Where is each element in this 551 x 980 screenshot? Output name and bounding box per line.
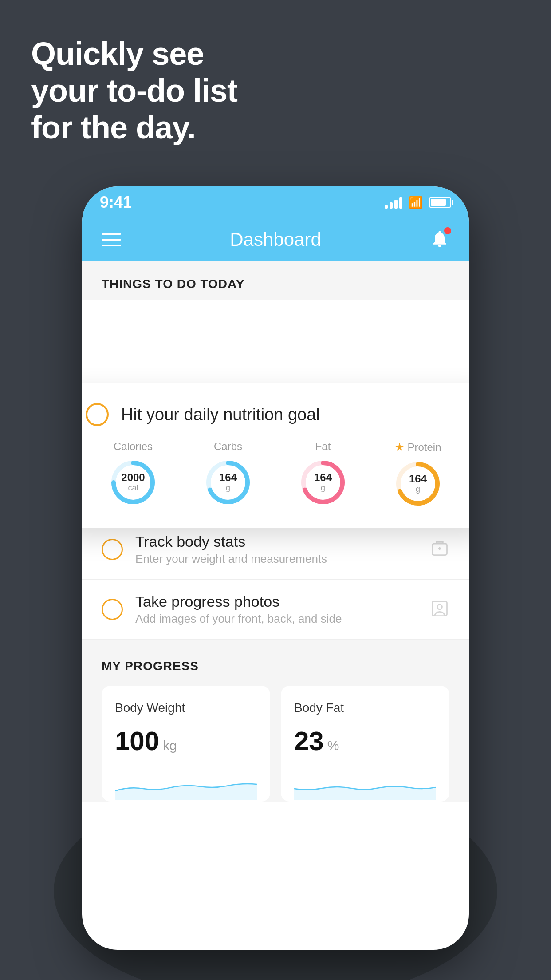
- scale-icon: [430, 539, 449, 560]
- nav-title: Dashboard: [230, 229, 321, 250]
- svg-rect-9: [433, 601, 447, 616]
- protein-label-row: ★ Protein: [394, 440, 441, 454]
- body-stats-title: Track body stats: [135, 533, 327, 550]
- status-icons: 📶: [385, 196, 451, 209]
- battery-icon: [429, 197, 451, 208]
- my-progress-section: MY PROGRESS Body Weight 100 kg: [82, 640, 469, 802]
- progress-cards-row: Body Weight 100 kg Body Fat: [102, 686, 449, 802]
- photos-subtitle: Add images of your front, back, and side: [135, 612, 342, 626]
- photos-text: Take progress photos Add images of your …: [135, 593, 342, 626]
- carbs-donut: 164 g: [204, 458, 252, 507]
- things-to-do-section: THINGS TO DO TODAY: [82, 261, 469, 300]
- signal-icon: [385, 196, 402, 209]
- carbs-item: Carbs 164 g: [204, 440, 252, 507]
- calories-item: Calories 2000 cal: [109, 440, 157, 507]
- body-fat-chart: [294, 769, 436, 800]
- body-stats-text: Track body stats Enter your weight and m…: [135, 533, 327, 566]
- body-weight-value: 100: [115, 726, 159, 756]
- fat-donut: 164 g: [299, 458, 347, 507]
- nutrition-card: Hit your daily nutrition goal Calories: [82, 383, 469, 528]
- calories-unit: cal: [121, 484, 145, 493]
- portrait-icon: [430, 599, 449, 620]
- body-weight-value-row: 100 kg: [115, 726, 257, 756]
- list-item-body-stats[interactable]: Track body stats Enter your weight and m…: [82, 520, 469, 580]
- photos-check-circle: [102, 599, 123, 620]
- body-fat-value: 23: [294, 726, 324, 756]
- things-to-do-title: THINGS TO DO TODAY: [102, 277, 244, 291]
- photos-title: Take progress photos: [135, 593, 342, 610]
- protein-item: ★ Protein 164 g: [394, 440, 442, 508]
- wifi-icon: 📶: [409, 196, 423, 209]
- body-fat-value-row: 23 %: [294, 726, 436, 756]
- body-weight-chart: [115, 769, 257, 800]
- status-time: 9:41: [100, 193, 132, 212]
- nutrition-card-header: Hit your daily nutrition goal: [86, 403, 465, 426]
- body-fat-card: Body Fat 23 %: [281, 686, 449, 802]
- body-weight-card: Body Weight 100 kg: [102, 686, 270, 802]
- nutrition-card-title: Hit your daily nutrition goal: [121, 405, 320, 424]
- nav-bar: Dashboard: [82, 218, 469, 261]
- star-icon: ★: [394, 440, 405, 454]
- nutrition-check-circle[interactable]: [86, 403, 109, 426]
- carbs-label: Carbs: [214, 440, 242, 453]
- protein-donut: 164 g: [394, 459, 442, 508]
- list-item-progress-photos[interactable]: Take progress photos Add images of your …: [82, 580, 469, 640]
- protein-label: Protein: [407, 441, 441, 454]
- phone-shell: 9:41 📶 Dashboard: [82, 186, 469, 950]
- body-fat-unit: %: [327, 738, 339, 753]
- nutrition-stats-row: Calories 2000 cal: [86, 440, 465, 508]
- hero-text: Quickly see your to-do list for the day.: [31, 36, 237, 146]
- status-bar: 9:41 📶: [82, 186, 469, 218]
- my-progress-title: MY PROGRESS: [102, 659, 449, 673]
- body-weight-unit: kg: [163, 738, 177, 753]
- body-weight-card-title: Body Weight: [115, 701, 257, 715]
- calories-donut: 2000 cal: [109, 458, 157, 507]
- fat-value: 164: [314, 472, 332, 483]
- menu-button[interactable]: [102, 233, 121, 246]
- protein-unit: g: [409, 485, 427, 494]
- notification-badge: [444, 227, 451, 234]
- notification-button[interactable]: [430, 229, 449, 250]
- fat-unit: g: [314, 484, 332, 493]
- carbs-value: 164: [219, 472, 237, 483]
- app-content: THINGS TO DO TODAY Hit your daily nutrit…: [82, 261, 469, 950]
- carbs-unit: g: [219, 484, 237, 493]
- calories-label: Calories: [114, 440, 153, 453]
- fat-item: Fat 164 g: [299, 440, 347, 507]
- protein-value: 164: [409, 473, 427, 485]
- body-stats-check-circle: [102, 539, 123, 560]
- fat-label: Fat: [315, 440, 331, 453]
- body-fat-card-title: Body Fat: [294, 701, 436, 715]
- calories-value: 2000: [121, 472, 145, 483]
- body-stats-subtitle: Enter your weight and measurements: [135, 552, 327, 566]
- svg-point-10: [437, 605, 442, 609]
